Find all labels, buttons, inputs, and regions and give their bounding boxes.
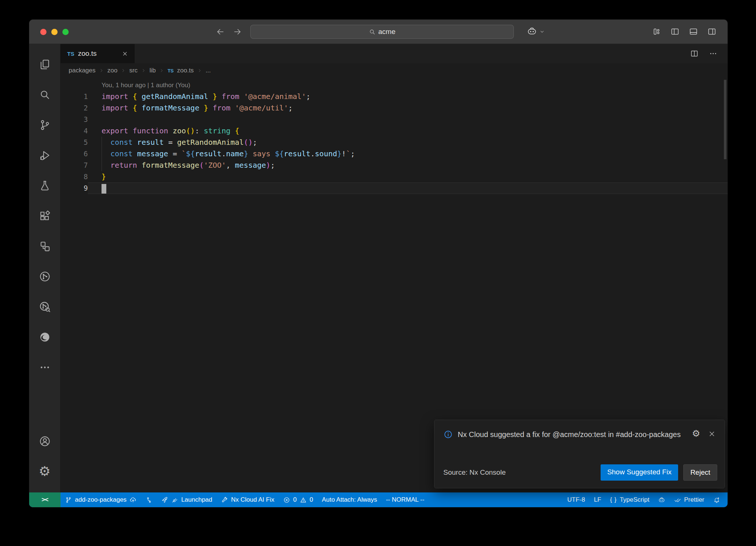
git-branch-icon	[65, 496, 72, 504]
statusbar-text: Auto Attach: Always	[322, 496, 377, 504]
status-bar: ><add-zoo-packagesLaunchpadNx Cloud AI F…	[29, 492, 728, 507]
code-lines: 1import { getRandomAnimal } from '@acme/…	[61, 91, 728, 194]
customize-layout-icon[interactable]	[652, 27, 661, 36]
code-line-4[interactable]: 4export function zoo(): string {	[61, 125, 728, 137]
search-value: acme	[378, 28, 395, 36]
activity-beaker[interactable]	[29, 170, 60, 201]
activity-extensions[interactable]	[29, 201, 60, 231]
notification-message: Nx Cloud suggested a fix for @acme/zoo:t…	[458, 429, 687, 440]
chevron-right-icon	[159, 68, 164, 73]
breadcrumb-packages[interactable]: packages	[69, 67, 96, 74]
code-line-1[interactable]: 1import { getRandomAnimal } from '@acme/…	[61, 91, 728, 102]
split-editor-icon[interactable]	[690, 49, 699, 58]
files-icon	[39, 58, 51, 71]
line-content[interactable]: return formatMessage('ZOO', message);	[88, 160, 728, 171]
code-line-2[interactable]: 2import { formatMessage } from '@acme/ut…	[61, 102, 728, 114]
line-number[interactable]: 6	[61, 148, 88, 160]
editor-actions	[690, 44, 728, 63]
activity-edge[interactable]	[29, 322, 60, 352]
breadcrumb-src[interactable]: src	[129, 67, 138, 74]
back-arrow-icon[interactable]	[216, 27, 225, 37]
activity-ellipsis[interactable]	[29, 352, 60, 382]
indent-guide	[102, 137, 110, 148]
line-content[interactable]: const message = `${result.name} says ${r…	[88, 148, 728, 160]
line-content[interactable]: export function zoo(): string {	[88, 125, 728, 137]
copilot-menu[interactable]	[527, 26, 545, 37]
toggle-panel-left-icon[interactable]	[670, 27, 680, 36]
line-content[interactable]: }	[88, 171, 728, 182]
statusbar-language-typescript[interactable]: { }TypeScript	[606, 492, 654, 507]
breadcrumb-zoo[interactable]: zoo	[107, 67, 117, 74]
code-line-3[interactable]: 3	[61, 114, 728, 125]
statusbar-remote-indicator[interactable]: ><	[29, 492, 61, 507]
line-number[interactable]: 7	[61, 160, 88, 171]
nx-graph-search-icon	[39, 301, 51, 313]
activity-gear[interactable]: ⚙	[29, 456, 60, 487]
text-cursor	[102, 184, 106, 194]
statusbar-auto-attach[interactable]: Auto Attach: Always	[317, 492, 381, 507]
code-line-6[interactable]: 6const message = `${result.name} says ${…	[61, 148, 728, 160]
command-center-search[interactable]: acme	[250, 25, 514, 39]
breadcrumb-file[interactable]: zoo.ts	[177, 67, 194, 74]
check-double-icon	[674, 496, 681, 504]
line-number[interactable]: 1	[61, 91, 88, 102]
breadcrumb-lib[interactable]: lib	[150, 67, 156, 74]
line-content[interactable]	[88, 182, 728, 194]
code-line-9[interactable]: 9	[61, 182, 728, 194]
statusbar-git-branch[interactable]: add-zoo-packages	[61, 492, 141, 507]
minimize-window-button[interactable]	[51, 29, 58, 35]
extensions-icon	[39, 210, 51, 222]
line-number[interactable]: 9	[61, 182, 88, 194]
editor-scrollbar[interactable]	[724, 80, 726, 159]
code-line-7[interactable]: 7return formatMessage('ZOO', message);	[61, 160, 728, 171]
line-content[interactable]: import { formatMessage } from '@acme/uti…	[88, 102, 728, 114]
breadcrumb-overflow[interactable]: ...	[206, 67, 211, 74]
tab-zoo-ts[interactable]: TS zoo.ts	[61, 44, 135, 63]
reject-button[interactable]: Reject	[683, 464, 717, 481]
line-content[interactable]	[88, 114, 728, 125]
nx-graph-icon	[39, 270, 51, 283]
statusbar-notifications-bell[interactable]	[709, 492, 725, 507]
statusbar-nx-cloud-ai-fix[interactable]: Nx Cloud AI Fix	[217, 492, 279, 507]
show-suggested-fix-button[interactable]: Show Suggested Fix	[601, 464, 678, 481]
activity-nx-graph-search[interactable]	[29, 291, 60, 322]
activity-bar: ⚙	[29, 44, 61, 492]
line-number[interactable]: 3	[61, 114, 88, 125]
toggle-panel-right-icon[interactable]	[707, 27, 717, 36]
line-content[interactable]: const result = getRandomAnimal();	[88, 137, 728, 148]
statusbar-problems[interactable]: 00	[279, 492, 317, 507]
activity-blocks[interactable]	[29, 231, 60, 261]
forward-arrow-icon[interactable]	[233, 27, 242, 37]
statusbar-vim-mode[interactable]: -- NORMAL --	[381, 492, 429, 507]
activity-files[interactable]	[29, 49, 60, 79]
statusbar-launchpad[interactable]: Launchpad	[157, 492, 217, 507]
line-number[interactable]: 2	[61, 102, 88, 114]
edge-icon	[39, 331, 51, 343]
code-line-5[interactable]: 5const result = getRandomAnimal();	[61, 137, 728, 148]
more-actions-icon[interactable]	[709, 49, 718, 58]
code-line-8[interactable]: 8}	[61, 171, 728, 182]
line-content[interactable]: import { getRandomAnimal } from '@acme/a…	[88, 91, 728, 102]
statusbar-text: Prettier	[684, 496, 704, 504]
toggle-panel-bottom-icon[interactable]	[689, 27, 698, 36]
activity-source-control[interactable]	[29, 110, 60, 140]
notification-close-icon[interactable]	[708, 430, 716, 438]
close-tab-icon[interactable]	[122, 51, 128, 57]
statusbar-eol[interactable]: LF	[590, 492, 606, 507]
statusbar-encoding[interactable]: UTF-8	[563, 492, 590, 507]
line-number[interactable]: 5	[61, 137, 88, 148]
statusbar-prettier[interactable]: Prettier	[670, 492, 709, 507]
activity-search[interactable]	[29, 79, 60, 110]
activity-account[interactable]	[29, 426, 60, 456]
notification-source: Source: Nx Console	[443, 468, 506, 477]
activity-nx-graph[interactable]	[29, 261, 60, 291]
close-window-button[interactable]	[40, 29, 47, 35]
line-number[interactable]: 8	[61, 171, 88, 182]
notification-settings-gear-icon[interactable]: ⚙	[692, 429, 700, 438]
zoom-window-button[interactable]	[62, 29, 69, 35]
statusbar-copilot-status[interactable]	[654, 492, 670, 507]
title-bar: acme	[29, 20, 728, 44]
activity-debug[interactable]	[29, 140, 60, 170]
line-number[interactable]: 4	[61, 125, 88, 137]
statusbar-source-control-graph[interactable]	[141, 492, 157, 507]
